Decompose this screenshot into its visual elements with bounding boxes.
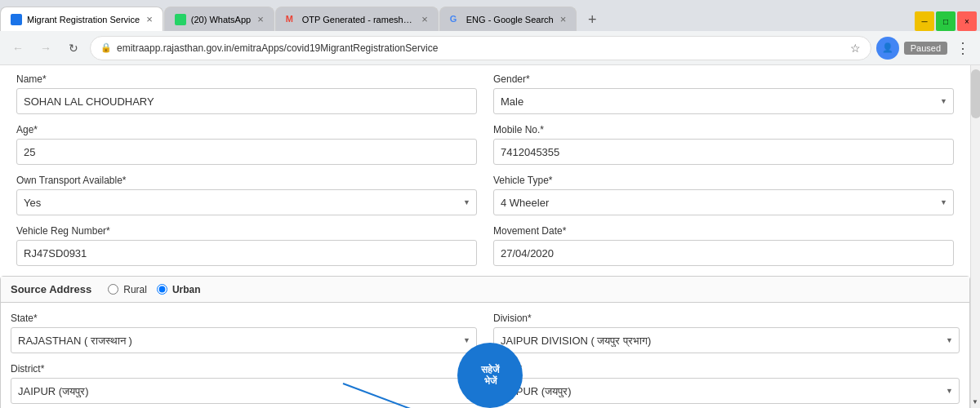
reg-date-row: Vehicle Reg Number* Movement Date* <box>16 225 954 266</box>
submit-label-top: सहेजें <box>481 364 499 375</box>
window-controls: ─ □ × <box>915 11 980 31</box>
name-group: Name* <box>16 73 477 114</box>
nav-bar: ← → ↻ 🔒 emitraapp.rajasthan.gov.in/emitr… <box>0 31 980 65</box>
district-group: District* JAIPUR (जयपुर) <box>11 363 477 404</box>
page-content: Name* Gender* Male Age* Mobile No.* <box>0 65 980 408</box>
minimize-button[interactable]: ─ <box>915 11 934 31</box>
age-label: Age* <box>16 124 477 135</box>
district-select[interactable]: JAIPUR (जयपुर) <box>11 378 477 404</box>
menu-button[interactable]: ⋮ <box>952 39 973 57</box>
url-text: emitraapp.rajasthan.gov.in/emitraApps/co… <box>117 42 847 54</box>
transport-select-wrapper: Yes <box>16 189 477 215</box>
submit-button[interactable]: सहेजें भेजें <box>457 343 523 408</box>
tab-title-google: ENG - Google Search <box>466 15 554 24</box>
mobile-group: Mobile No.* <box>493 124 954 165</box>
section-title: Source Address <box>11 283 91 295</box>
age-group: Age* <box>16 124 477 165</box>
tab-title-otp: OTP Generated - rameshkumaw... <box>302 15 415 24</box>
mobile-label: Mobile No.* <box>493 124 954 135</box>
state-select[interactable]: RAJASTHAN ( राजस्थान ) <box>11 327 477 353</box>
refresh-button[interactable]: ↻ <box>62 37 85 60</box>
tab-title-migrant: Migrant Registration Service <box>27 15 140 24</box>
rural-label: Rural <box>123 284 147 295</box>
division-label: Division* <box>493 313 960 324</box>
name-label: Name* <box>16 73 477 85</box>
age-mobile-row: Age* Mobile No.* <box>16 124 954 165</box>
tab-close-otp[interactable]: × <box>421 13 428 25</box>
name-gender-row: Name* Gender* Male <box>16 73 954 114</box>
tehsil-group: Tehsil* JAIPUR (जयपुर) <box>493 363 960 404</box>
tehsil-label: Tehsil* <box>493 363 960 375</box>
gender-group: Gender* Male <box>493 73 954 114</box>
tab-otp[interactable]: M OTP Generated - rameshkumaw... × <box>275 7 439 31</box>
scroll-indicator: ▲ ▼ <box>970 65 980 408</box>
new-tab-button[interactable]: + <box>581 8 604 31</box>
state-group: State* RAJASTHAN ( राजस्थान ) <box>11 313 477 353</box>
tab-icon-google: G <box>450 14 461 25</box>
vehicle-type-select[interactable]: 4 Wheeler <box>493 189 954 215</box>
bookmark-icon[interactable]: ☆ <box>850 42 861 55</box>
division-group: Division* JAIPUR DIVISION ( जयपुर प्रभाग… <box>493 313 960 353</box>
movement-date-input[interactable] <box>493 240 954 266</box>
transport-select[interactable]: Yes <box>16 189 477 215</box>
age-input[interactable] <box>16 139 477 165</box>
tehsil-select-wrapper: JAIPUR (जयपुर) <box>493 378 960 404</box>
tab-whatsapp[interactable]: (20) WhatsApp × <box>164 7 274 31</box>
section-header: Source Address Rural Urban <box>1 277 969 303</box>
vehicle-type-select-wrapper: 4 Wheeler <box>493 189 954 215</box>
tab-icon-whatsapp <box>175 14 186 25</box>
forward-button[interactable]: → <box>34 37 57 60</box>
movement-date-group: Movement Date* <box>493 225 954 266</box>
tab-title-whatsapp: (20) WhatsApp <box>191 15 251 24</box>
state-label: State* <box>11 313 477 324</box>
urban-radio[interactable] <box>157 284 167 295</box>
submit-area: सहेजें भेजें <box>457 343 523 408</box>
tehsil-select[interactable]: JAIPUR (जयपुर) <box>493 378 960 404</box>
urban-label: Urban <box>172 284 201 295</box>
tab-close-whatsapp[interactable]: × <box>257 13 264 25</box>
scroll-thumb[interactable] <box>971 69 980 118</box>
rural-radio-group: Rural <box>108 284 147 295</box>
district-select-wrapper: JAIPUR (जयपुर) <box>11 378 477 404</box>
profile-button[interactable]: 👤 <box>876 37 899 60</box>
rural-radio[interactable] <box>108 284 118 295</box>
vehicle-reg-label: Vehicle Reg Number* <box>16 225 477 237</box>
browser-chrome: Migrant Registration Service × (20) What… <box>0 0 980 65</box>
submit-label-bottom: भेजें <box>484 375 497 387</box>
paused-badge[interactable]: Paused <box>904 42 947 55</box>
address-bar[interactable]: 🔒 emitraapp.rajasthan.gov.in/emitraApps/… <box>90 36 871 60</box>
transport-vehicle-row: Own Transport Available* Yes Vehicle Typ… <box>16 175 954 215</box>
urban-radio-group: Urban <box>157 284 201 295</box>
maximize-button[interactable]: □ <box>936 11 956 31</box>
tab-bar: Migrant Registration Service × (20) What… <box>0 0 980 31</box>
vehicle-type-label: Vehicle Type* <box>493 175 954 186</box>
gender-label: Gender* <box>493 73 954 85</box>
tab-close-google[interactable]: × <box>560 13 567 25</box>
tab-migrant[interactable]: Migrant Registration Service × <box>0 7 163 31</box>
movement-date-label: Movement Date* <box>493 225 954 237</box>
tab-icon-migrant <box>11 14 22 25</box>
tab-google[interactable]: G ENG - Google Search × <box>439 7 577 31</box>
close-button[interactable]: × <box>957 11 977 31</box>
division-select[interactable]: JAIPUR DIVISION ( जयपुर प्रभाग) <box>493 327 960 353</box>
division-select-wrapper: JAIPUR DIVISION ( जयपुर प्रभाग) <box>493 327 960 353</box>
state-select-wrapper: RAJASTHAN ( राजस्थान ) <box>11 327 477 353</box>
mobile-input[interactable] <box>493 139 954 165</box>
name-input[interactable] <box>16 88 477 114</box>
gender-select[interactable]: Male <box>493 88 954 114</box>
lock-icon: 🔒 <box>100 42 112 53</box>
tab-close-migrant[interactable]: × <box>146 13 153 25</box>
transport-label: Own Transport Available* <box>16 175 477 186</box>
scroll-down-button[interactable]: ▼ <box>970 395 980 408</box>
gender-select-wrapper: Male <box>493 88 954 114</box>
district-label: District* <box>11 363 477 375</box>
back-button[interactable]: ← <box>7 37 29 60</box>
vehicle-reg-group: Vehicle Reg Number* <box>16 225 477 266</box>
vehicle-reg-input[interactable] <box>16 240 477 266</box>
transport-group: Own Transport Available* Yes <box>16 175 477 215</box>
tab-icon-otp: M <box>286 14 297 25</box>
vehicle-type-group: Vehicle Type* 4 Wheeler <box>493 175 954 215</box>
